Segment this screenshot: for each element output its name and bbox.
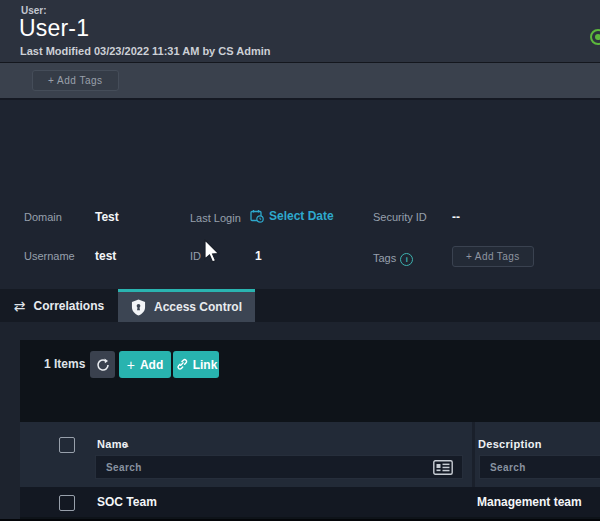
tabs-row: ⇄ Correlations Access Control: [0, 289, 600, 322]
shield-icon: [131, 299, 146, 316]
username-value: test: [95, 249, 116, 263]
security-id-value: --: [452, 210, 460, 224]
items-count: 1 Items: [44, 357, 85, 371]
refresh-button[interactable]: [90, 351, 115, 378]
tab-access-control-label: Access Control: [154, 300, 242, 314]
tab-correlations-label: Correlations: [34, 299, 105, 313]
row-checkbox[interactable]: [59, 495, 75, 511]
tags-bar: + Add Tags: [0, 63, 600, 100]
correlations-icon: ⇄: [14, 298, 26, 314]
row-description-cell: Management team: [477, 495, 582, 509]
domain-value: Test: [95, 210, 119, 224]
refresh-icon: [96, 358, 110, 372]
column-divider: [472, 422, 475, 487]
tab-correlations[interactable]: ⇄ Correlations: [0, 289, 118, 322]
column-header-description[interactable]: Description: [478, 438, 542, 450]
sort-asc-icon[interactable]: ▲: [123, 441, 130, 448]
id-value: 1: [255, 249, 262, 263]
domain-label: Domain: [24, 211, 62, 223]
security-id-label: Security ID: [373, 211, 427, 223]
last-modified-text: Last Modified 03/23/2022 11:31 AM by CS …: [20, 45, 270, 57]
row-name-cell: SOC Team: [97, 495, 157, 509]
add-button-label: Add: [140, 358, 163, 372]
add-tags-button[interactable]: + Add Tags: [32, 70, 119, 91]
contact-card-icon[interactable]: [433, 460, 453, 475]
access-control-panel: 1 Items + Add Link Name ▲ Description: [20, 340, 600, 519]
id-label: ID: [190, 250, 201, 262]
username-label: Username: [24, 250, 75, 262]
name-search-input[interactable]: [95, 455, 463, 479]
select-date-label: Select Date: [269, 209, 334, 223]
page-header: User: User-1 Last Modified 03/23/2022 11…: [0, 0, 600, 63]
tab-access-control[interactable]: Access Control: [118, 289, 255, 322]
select-date-link[interactable]: Select Date: [250, 209, 334, 223]
tags-label: Tagsi: [373, 252, 413, 266]
select-all-checkbox[interactable]: [59, 437, 75, 453]
calendar-clock-icon: [250, 209, 264, 223]
table-row[interactable]: SOC Team Management team: [20, 487, 600, 517]
info-icon[interactable]: i: [400, 253, 413, 266]
page-title: User-1: [19, 15, 89, 42]
details-panel: Domain Test Last Login Select Date Secur…: [0, 100, 600, 289]
link-button[interactable]: Link: [173, 351, 219, 378]
add-button[interactable]: + Add: [119, 351, 171, 378]
plus-icon: +: [127, 357, 135, 373]
description-search-input[interactable]: [479, 455, 600, 479]
last-login-label: Last Login: [190, 212, 241, 224]
table-header: Name ▲ Description: [20, 422, 600, 487]
add-tags-field-button[interactable]: + Add Tags: [452, 246, 534, 267]
status-dot: [595, 34, 600, 40]
link-button-label: Link: [193, 358, 218, 372]
status-indicator-icon[interactable]: [590, 29, 600, 45]
link-icon: [175, 358, 188, 371]
